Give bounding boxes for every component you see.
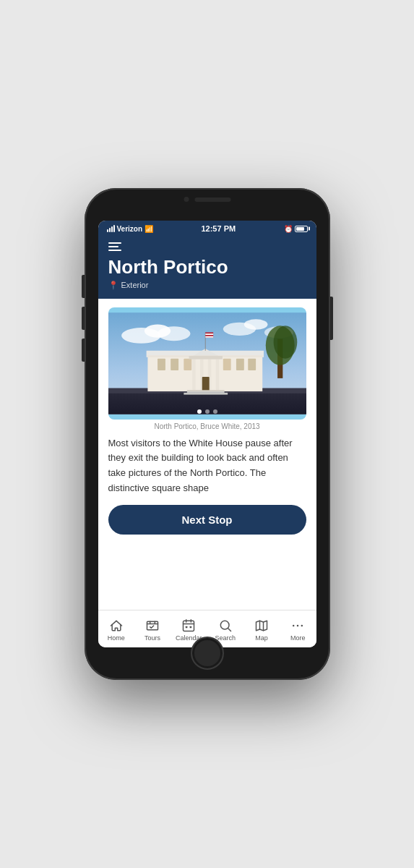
svg-rect-28 <box>184 392 228 394</box>
battery-icon <box>295 226 308 232</box>
tab-tours[interactable]: Tours <box>134 618 171 642</box>
tab-more[interactable]: More <box>280 618 316 642</box>
page-header: North Portico 📍 Exterior <box>98 237 316 299</box>
more-icon <box>290 618 305 633</box>
location-row: 📍 Exterior <box>108 281 306 290</box>
svg-rect-31 <box>205 333 213 335</box>
location-pin-icon: 📍 <box>108 281 118 290</box>
wifi-icon: 📶 <box>145 225 153 233</box>
tours-icon <box>145 618 160 633</box>
alarm-icon: ⏰ <box>284 225 293 233</box>
tab-home[interactable]: Home <box>98 618 134 642</box>
carousel-dot-2[interactable] <box>205 409 210 414</box>
calendar-icon <box>181 618 196 633</box>
tab-map-label: Map <box>255 634 268 642</box>
phone-screen: Verizon 📶 12:57 PM ⏰ North P <box>98 221 316 647</box>
content-area: North Portico, Bruce White, 2013 Most vi… <box>98 299 316 610</box>
svg-rect-32 <box>205 336 213 337</box>
home-button[interactable] <box>191 637 224 670</box>
image-caption: North Portico, Bruce White, 2013 <box>108 422 306 430</box>
battery-fill <box>296 227 305 231</box>
svg-rect-35 <box>184 621 194 631</box>
carousel-dot-1[interactable] <box>197 409 202 414</box>
svg-rect-34 <box>147 621 158 630</box>
status-right: ⏰ <box>284 225 308 233</box>
svg-point-41 <box>301 624 303 626</box>
svg-rect-33 <box>147 355 262 391</box>
location-label: Exterior <box>121 281 149 289</box>
tab-map[interactable]: Map <box>243 618 280 642</box>
status-bar: Verizon 📶 12:57 PM ⏰ <box>98 221 316 237</box>
tab-tours-label: Tours <box>145 634 160 642</box>
page-title: North Portico <box>108 257 306 278</box>
svg-point-9 <box>273 326 297 358</box>
svg-point-40 <box>297 624 299 626</box>
phone-frame: Verizon 📶 12:57 PM ⏰ North P <box>85 188 330 680</box>
tab-home-label: Home <box>108 634 125 642</box>
home-icon <box>109 618 124 633</box>
svg-point-5 <box>243 319 267 330</box>
search-icon <box>218 618 233 633</box>
speaker-grille <box>194 197 230 202</box>
svg-rect-36 <box>186 626 188 628</box>
menu-button[interactable] <box>108 242 306 251</box>
carousel-dot-3[interactable] <box>213 409 217 414</box>
status-left: Verizon 📶 <box>107 225 154 233</box>
front-camera <box>184 197 189 202</box>
app-screen: Verizon 📶 12:57 PM ⏰ North P <box>98 221 316 647</box>
white-house-image <box>108 307 306 420</box>
carousel-dots <box>197 409 217 414</box>
signal-icon <box>107 225 115 232</box>
svg-point-3 <box>158 326 190 341</box>
svg-point-39 <box>293 624 295 626</box>
svg-rect-37 <box>190 626 192 628</box>
description-text: Most visitors to the White House pause a… <box>98 436 316 502</box>
map-icon <box>254 618 269 633</box>
carrier-label: Verizon <box>117 225 143 233</box>
phone-top-bar <box>184 197 230 202</box>
image-carousel[interactable] <box>108 307 306 420</box>
time-display: 12:57 PM <box>201 224 236 233</box>
next-stop-button[interactable]: Next Stop <box>108 505 306 535</box>
tab-more-label: More <box>290 634 306 642</box>
